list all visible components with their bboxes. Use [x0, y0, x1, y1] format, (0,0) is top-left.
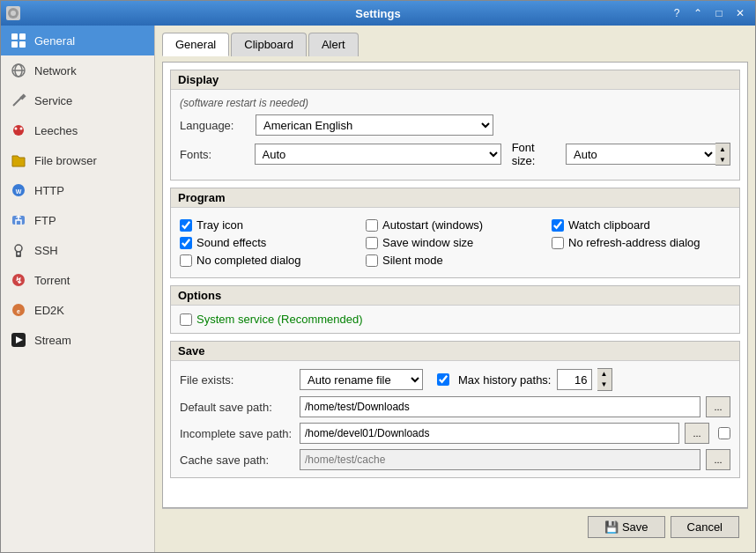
- font-size-select[interactable]: Auto Small Medium Large: [566, 144, 715, 165]
- options-section-title: Options: [171, 286, 739, 306]
- titlebar-controls: ? ⌃ □ ✕: [667, 4, 750, 22]
- sidebar-item-file-browser[interactable]: File browser: [1, 145, 154, 175]
- svg-text:↯: ↯: [15, 276, 22, 285]
- save-icon: 💾: [604, 520, 619, 534]
- cancel-button[interactable]: Cancel: [671, 516, 739, 538]
- system-service-row: System service (Recommended): [180, 313, 730, 326]
- incomplete-save-browse-button[interactable]: ...: [685, 423, 709, 444]
- sidebar-label-file-browser: File browser: [34, 154, 97, 167]
- font-size-label: Font size:: [512, 141, 560, 167]
- font-size-up-button[interactable]: ▲: [715, 144, 730, 154]
- svg-text:W: W: [16, 188, 22, 195]
- titlebar-left: Settings: [6, 6, 20, 20]
- svg-point-18: [15, 245, 22, 252]
- sidebar-label-stream: Stream: [34, 334, 71, 347]
- sidebar-label-http: HTTP: [34, 184, 64, 197]
- sidebar-item-general[interactable]: General: [1, 26, 154, 55]
- save-button-label: Save: [622, 520, 649, 534]
- display-note: (software restart is needed): [180, 97, 730, 109]
- language-select[interactable]: American English British English French …: [256, 114, 493, 136]
- sidebar-item-service[interactable]: Service: [1, 85, 154, 115]
- watch-clipboard-label: Watch clipboard: [568, 218, 650, 232]
- ftp-icon: [10, 211, 27, 229]
- leeches-icon: [10, 122, 27, 139]
- font-size-row: Auto Small Medium Large ▲ ▼: [566, 143, 730, 166]
- main-area: General Network Service Leeches: [1, 26, 755, 552]
- cancel-button-label: Cancel: [687, 520, 723, 534]
- max-history-checkbox[interactable]: [437, 373, 449, 386]
- http-icon: W: [10, 181, 27, 199]
- default-save-input[interactable]: [300, 396, 700, 417]
- sidebar-item-stream[interactable]: Stream: [1, 325, 154, 355]
- max-history-input[interactable]: [557, 369, 592, 390]
- titlebar-title: Settings: [355, 7, 400, 20]
- stream-icon: [10, 331, 27, 349]
- sidebar-label-service: Service: [34, 94, 72, 107]
- program-section-title: Program: [171, 188, 739, 208]
- fonts-row: Fonts: Auto System Default Font size: Au…: [180, 141, 730, 167]
- content-area: General Clipboard Alert Display (softwar…: [155, 26, 755, 552]
- display-section: Display (software restart is needed) Lan…: [170, 70, 740, 181]
- save-section: Save File exists: Auto rename file Overw…: [170, 341, 740, 478]
- help-button[interactable]: ?: [667, 4, 686, 22]
- sound-effects-row: Sound effects: [180, 236, 359, 249]
- system-service-label: System service (Recommended): [196, 313, 363, 326]
- tray-icon-row: Tray icon: [180, 218, 359, 232]
- sidebar-label-ssh: SSH: [34, 244, 58, 257]
- watch-clipboard-checkbox[interactable]: [552, 219, 564, 232]
- save-section-title: Save: [171, 342, 739, 361]
- sidebar-item-http[interactable]: W HTTP: [1, 175, 154, 205]
- save-button[interactable]: 💾 Save: [588, 516, 665, 538]
- fonts-select[interactable]: Auto System Default: [255, 144, 501, 165]
- general-icon: [10, 32, 27, 49]
- minimize-button[interactable]: ⌃: [688, 4, 708, 22]
- silent-mode-checkbox[interactable]: [366, 254, 378, 267]
- file-exists-row: File exists: Auto rename file Overwrite …: [180, 368, 730, 391]
- no-completed-checkbox[interactable]: [180, 254, 192, 267]
- sidebar-label-ftp: FTP: [34, 214, 56, 227]
- sidebar-item-ed2k[interactable]: e ED2K: [1, 295, 154, 325]
- tab-clipboard[interactable]: Clipboard: [231, 33, 307, 56]
- program-section-body: Tray icon Autostart (windows) Watch clip…: [171, 208, 739, 277]
- incomplete-save-input[interactable]: [300, 423, 679, 444]
- file-exists-label: File exists:: [180, 373, 294, 387]
- sidebar-item-leeches[interactable]: Leeches: [1, 115, 154, 145]
- no-completed-label: No completed dialog: [196, 254, 301, 267]
- program-checkboxes: Tray icon Autostart (windows) Watch clip…: [180, 215, 730, 270]
- options-section: Options System service (Recommended): [170, 285, 740, 334]
- autostart-checkbox[interactable]: [366, 219, 378, 232]
- titlebar: Settings ? ⌃ □ ✕: [1, 1, 755, 26]
- sidebar-item-torrent[interactable]: ↯ Torrent: [1, 265, 154, 295]
- svg-rect-2: [11, 33, 18, 40]
- incomplete-save-checkbox[interactable]: [718, 427, 730, 439]
- font-size-down-button[interactable]: ▼: [715, 154, 730, 165]
- svg-text:e: e: [17, 308, 20, 314]
- sidebar-item-ftp[interactable]: FTP: [1, 205, 154, 235]
- cache-save-browse-button[interactable]: ...: [706, 449, 730, 470]
- maximize-button[interactable]: □: [709, 4, 729, 22]
- sound-effects-checkbox[interactable]: [180, 237, 192, 249]
- sidebar-item-network[interactable]: Network: [1, 55, 154, 85]
- incomplete-save-label: Incomplete save path:: [180, 427, 294, 440]
- max-history-spinner: ▲ ▼: [597, 368, 612, 391]
- system-service-checkbox[interactable]: [180, 313, 192, 326]
- watch-clipboard-row: Watch clipboard: [552, 218, 730, 232]
- max-history-up-button[interactable]: ▲: [597, 369, 611, 380]
- sidebar-label-ed2k: ED2K: [34, 304, 64, 317]
- save-window-size-checkbox[interactable]: [366, 237, 378, 249]
- tray-icon-checkbox[interactable]: [180, 219, 192, 232]
- display-section-body: (software restart is needed) Language: A…: [171, 90, 739, 180]
- file-exists-select[interactable]: Auto rename file Overwrite Ask: [300, 369, 423, 390]
- max-history-down-button[interactable]: ▼: [597, 380, 611, 390]
- tab-alert[interactable]: Alert: [308, 33, 359, 56]
- settings-window: Settings ? ⌃ □ ✕ General Network: [0, 0, 756, 553]
- close-button[interactable]: ✕: [730, 4, 750, 22]
- default-save-browse-button[interactable]: ...: [706, 396, 730, 417]
- sidebar-item-ssh[interactable]: SSH: [1, 235, 154, 265]
- display-section-title: Display: [171, 70, 739, 90]
- cache-save-input[interactable]: [300, 449, 700, 470]
- svg-point-12: [15, 128, 18, 130]
- no-refresh-checkbox[interactable]: [552, 237, 564, 249]
- tab-general[interactable]: General: [162, 33, 229, 56]
- silent-mode-row: Silent mode: [366, 254, 545, 267]
